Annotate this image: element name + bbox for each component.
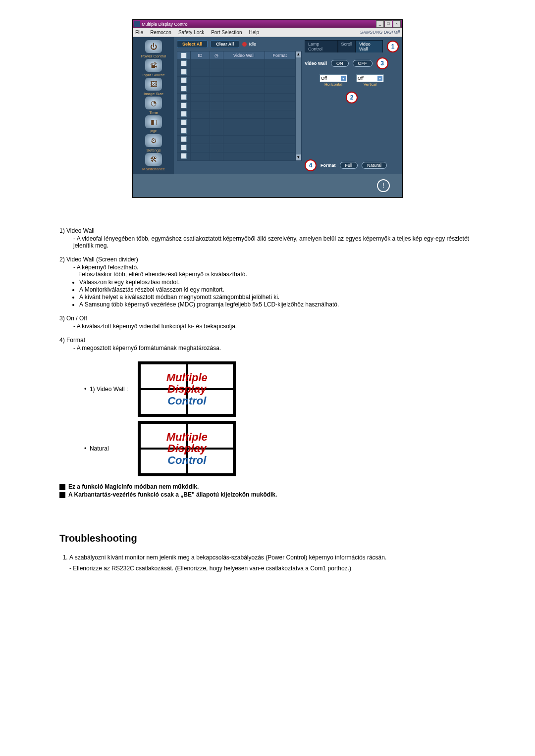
sidebar: ⏻Power Control 📽Input Source 🖼Image Size… — [133, 37, 174, 174]
tab-scroll[interactable]: Scroll — [338, 40, 356, 52]
callout-2: 2 — [346, 92, 358, 103]
sidebar-item-power-control[interactable]: ⏻Power Control — [136, 40, 171, 58]
window-titlebar[interactable]: Multiple Display Control _ □ × — [133, 20, 402, 28]
status-dot-icon — [242, 42, 247, 47]
section-2-bullet: A kívánt helyet a kiválasztott módban me… — [79, 294, 476, 301]
section-3-title: 3) On / Off — [59, 315, 476, 322]
section-2-title: 2) Video Wall (Screen divider) — [59, 256, 476, 263]
callout-4: 4 — [305, 159, 317, 171]
scroll-up-icon[interactable]: ▲ — [296, 51, 301, 57]
clear-all-button[interactable]: Clear All — [211, 40, 239, 48]
vertical-select[interactable]: Off▾ — [356, 74, 384, 82]
section-3-text: - A kiválasztott képernyő videofal funkc… — [73, 323, 476, 330]
mdc-app-window: Multiple Display Control _ □ × File Remo… — [133, 20, 402, 198]
table-row[interactable] — [177, 119, 295, 127]
table-row[interactable] — [177, 60, 295, 68]
sidebar-item-image-size[interactable]: 🖼Image Size — [136, 78, 171, 96]
note-1: Ez a funkció MagicInfo módban nem működi… — [68, 483, 199, 490]
close-button[interactable]: × — [393, 20, 401, 28]
fig-videowall: Multiple Display Control — [138, 361, 236, 417]
table-row[interactable] — [177, 127, 295, 136]
section-2-bullet: A Samsung több képernyő vezérlése (MDC) … — [79, 301, 476, 308]
section-2-bullet: A Monitorkiválasztás részbol válasszon k… — [79, 286, 476, 293]
minimize-button[interactable]: _ — [376, 20, 384, 28]
gear-icon: ⚙ — [145, 134, 162, 147]
callout-3: 3 — [376, 57, 388, 69]
horizontal-select[interactable]: Off▾ — [320, 74, 347, 82]
menu-port-selection[interactable]: Port Selection — [211, 30, 242, 35]
troubleshooting-heading: Troubleshooting — [59, 533, 476, 544]
format-full-button[interactable]: Full — [340, 162, 358, 169]
monitor-grid[interactable]: ✓ ID ◷ Video Wall Format — [177, 51, 295, 161]
videowall-label: Video Wall — [305, 61, 327, 66]
menu-remocon[interactable]: Remocon — [150, 30, 171, 35]
callout-1: 1 — [387, 41, 399, 52]
note-2: A Karbantartás-vezérlés funkció csak a „… — [68, 491, 277, 498]
table-row[interactable] — [177, 102, 295, 110]
fig2-label: Natural — [90, 445, 109, 452]
sidebar-item-time[interactable]: ◔Time — [136, 97, 171, 115]
app-footer: ! — [133, 174, 402, 197]
maintenance-icon: 🛠 — [145, 153, 162, 166]
menubar: File Remocon Safety Lock Port Selection … — [133, 28, 402, 37]
section-1-text: - A videofal lényegében több, egymáshoz … — [73, 235, 476, 249]
power-icon: ⏻ — [145, 40, 162, 53]
col-check[interactable]: ✓ — [177, 51, 191, 60]
note-bullet-icon — [59, 492, 65, 498]
idle-indicator: Idle — [242, 42, 256, 47]
maximize-button[interactable]: □ — [384, 20, 392, 28]
col-signal[interactable]: ◷ — [210, 51, 223, 60]
fig-natural: Multiple Display Control — [138, 421, 236, 476]
table-row[interactable] — [177, 152, 295, 161]
section-2-bullet: Válasszon ki egy képfelosztási módot. — [79, 279, 476, 286]
clock-icon: ◔ — [145, 97, 162, 109]
videowall-off-button[interactable]: OFF — [353, 60, 373, 67]
brand-label: SAMSUNG DIGITall — [360, 30, 400, 35]
window-title: Multiple Display Control — [142, 22, 189, 27]
format-label: Format — [321, 163, 336, 168]
scroll-down-icon[interactable]: ▼ — [296, 154, 301, 160]
section-2-text-1: - A képernyő felosztható. — [73, 264, 476, 271]
troubleshoot-item-1-detail: - Ellenorizze az RS232C csatlakozását. (… — [69, 565, 476, 572]
section-4-text: - A megosztott képernyő formátumának meg… — [73, 345, 476, 352]
select-all-button[interactable]: Select All — [177, 40, 208, 48]
sidebar-item-input-source[interactable]: 📽Input Source — [136, 59, 171, 77]
section-2-text-2: Felosztáskor több, eltérő elrendezésű ké… — [78, 271, 476, 278]
table-row[interactable] — [177, 77, 295, 85]
note-bullet-icon — [59, 484, 65, 490]
menu-help[interactable]: Help — [249, 30, 259, 35]
warning-icon: ! — [377, 179, 390, 192]
format-natural-button[interactable]: Natural — [362, 162, 387, 169]
table-row[interactable] — [177, 68, 295, 77]
section-1-title: 1) Video Wall — [59, 227, 476, 234]
table-row[interactable] — [177, 94, 295, 102]
col-videowall[interactable]: Video Wall — [223, 51, 265, 60]
sidebar-item-settings[interactable]: ⚙Settings — [136, 134, 171, 152]
col-id[interactable]: ID — [191, 51, 210, 60]
app-icon — [134, 21, 140, 27]
table-row[interactable] — [177, 110, 295, 119]
imagesize-icon: 🖼 — [145, 78, 162, 91]
menu-file[interactable]: File — [135, 30, 143, 35]
troubleshoot-item-1: A szabályozni kívánt monitor nem jelenik… — [69, 554, 476, 572]
pip-icon: ◧ — [145, 115, 162, 128]
table-row[interactable] — [177, 136, 295, 144]
source-icon: 📽 — [145, 59, 162, 72]
table-row[interactable] — [177, 85, 295, 94]
format-figures: • 1) Video Wall : Multiple Display Contr… — [79, 359, 241, 478]
vertical-label: Vertical — [356, 82, 384, 87]
fig1-label: 1) Video Wall : — [90, 386, 128, 393]
videowall-on-button[interactable]: ON — [331, 60, 349, 67]
col-format[interactable]: Format — [265, 51, 295, 60]
menu-safety-lock[interactable]: Safety Lock — [178, 30, 204, 35]
tab-lamp-control[interactable]: Lamp Control — [305, 40, 338, 52]
horizontal-label: Horizontal — [320, 82, 347, 87]
section-4-title: 4) Format — [59, 337, 476, 344]
grid-scrollbar[interactable]: ▲ ▼ — [295, 51, 302, 161]
table-row[interactable] — [177, 144, 295, 152]
sidebar-item-pip[interactable]: ◧PIP — [136, 115, 171, 134]
sidebar-item-maintenance[interactable]: 🛠Maintenance — [136, 153, 171, 171]
tab-video-wall[interactable]: Video Wall — [356, 40, 383, 52]
